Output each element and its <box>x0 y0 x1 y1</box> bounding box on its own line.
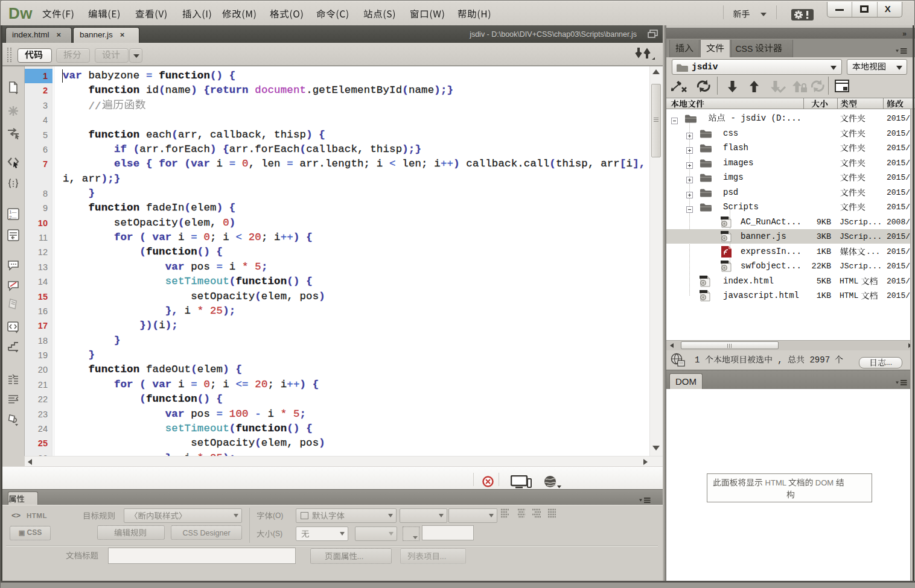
svg-text:2—: 2— <box>9 215 16 220</box>
svg-text:1—: 1— <box>9 209 16 215</box>
